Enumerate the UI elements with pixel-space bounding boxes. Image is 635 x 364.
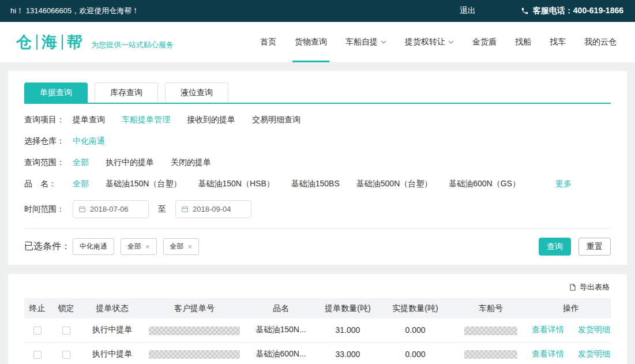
results-panel: 导出表格 终止 锁定 提单状态 客户提单号 品名 提单数量(吨) 实提数量(吨)… xyxy=(8,274,627,364)
filter-tag: 中化南通 xyxy=(73,238,114,255)
column-header: 车船号 xyxy=(450,298,531,318)
to-label: 至 xyxy=(158,204,166,215)
lock-checkbox[interactable] xyxy=(62,327,70,335)
orders-table: 终止 锁定 提单状态 客户提单号 品名 提单数量(吨) 实提数量(吨) 车船号 … xyxy=(24,298,611,364)
date-to-value: 2018-09-04 xyxy=(193,205,231,213)
column-header: 操作 xyxy=(531,298,611,318)
vessel-no-redacted xyxy=(464,350,517,359)
date-to-input[interactable]: 2018-09-04 xyxy=(175,200,251,218)
export-icon xyxy=(569,283,577,291)
filter-row-product: 品 名： 全部 基础油150N（台塑） 基础油150N（HSB） 基础油150B… xyxy=(24,179,611,189)
filter-label: 查询范围： xyxy=(24,157,73,168)
customer-order-no-redacted xyxy=(149,350,240,359)
filter-option[interactable]: 全部 xyxy=(73,157,89,168)
query-button[interactable]: 查询 xyxy=(539,238,571,256)
terminate-checkbox[interactable] xyxy=(33,351,42,359)
view-detail-link[interactable]: 查看详情 xyxy=(532,325,564,335)
filter-label: 查询项目： xyxy=(24,115,73,125)
column-header: 实提数量(吨) xyxy=(380,298,450,318)
query-tabs: 单据查询 库存查询 液位查询 xyxy=(24,82,611,104)
export-table-button[interactable]: 导出表格 xyxy=(24,279,611,298)
table-row: 执行中提单 基础油600N... 33.000 0.000 查看详情发货明细 xyxy=(24,342,611,364)
filter-option[interactable]: 基础油150N（HSB） xyxy=(198,179,274,189)
column-header: 锁定 xyxy=(50,298,82,318)
actual-quantity: 0.000 xyxy=(380,318,450,342)
filter-label: 品 名： xyxy=(24,179,73,189)
order-quantity: 33.000 xyxy=(315,342,380,364)
query-filter-panel: 单据查询 库存查询 液位查询 查询项目： 提单查询 车船提单管理 接收到的提单 … xyxy=(8,71,627,265)
chevron-down-icon xyxy=(381,40,386,44)
filter-row-warehouse: 选择仓库： 中化南通 xyxy=(24,136,611,147)
column-header: 提单数量(吨) xyxy=(315,298,380,318)
lock-checkbox[interactable] xyxy=(62,351,70,359)
site-header: 仓海帮 为您提供一站式贴心服务 首页 货物查询 车船自提 提货权转让 金货盾 找… xyxy=(0,22,635,62)
shipment-detail-link[interactable]: 发货明细 xyxy=(578,325,610,335)
logout-button[interactable]: 退出 xyxy=(460,6,476,16)
service-phone: 客服电话：400-619-1866 xyxy=(521,6,623,16)
filter-label: 选择仓库： xyxy=(24,136,73,147)
filter-option[interactable]: 基础油500N（台塑） xyxy=(356,179,432,189)
date-from-input[interactable]: 2018-07-06 xyxy=(73,200,149,218)
nav-item-cargo-query[interactable]: 货物查询 xyxy=(285,22,336,62)
logo[interactable]: 仓海帮 xyxy=(16,32,83,52)
filter-label: 已选条件： xyxy=(24,241,73,253)
tab-inventory-query[interactable]: 库存查询 xyxy=(95,82,158,103)
filter-label: 时间范围： xyxy=(24,204,73,215)
terminate-checkbox[interactable] xyxy=(33,327,42,335)
product-name: 基础油150N... xyxy=(246,318,315,342)
tagline: 为您提供一站式贴心服务 xyxy=(91,40,174,50)
filter-option[interactable]: 基础油600N（GS） xyxy=(449,179,520,189)
column-header: 终止 xyxy=(24,298,50,318)
filter-option[interactable]: 车船提单管理 xyxy=(122,115,170,125)
column-header: 客户提单号 xyxy=(142,298,246,318)
product-name: 基础油600N... xyxy=(246,342,315,364)
filter-row-project: 查询项目： 提单查询 车船提单管理 接收到的提单 交易明细查询 xyxy=(24,115,611,125)
nav-item-my-cloud-warehouse[interactable]: 我的云仓 xyxy=(575,22,626,62)
filter-option[interactable]: 全部 xyxy=(73,179,89,189)
more-link[interactable]: 更多 xyxy=(555,179,572,189)
close-icon[interactable]: × xyxy=(188,243,193,250)
filter-tag: 全部 × xyxy=(163,238,200,255)
filter-option[interactable]: 关闭的提单 xyxy=(171,157,211,168)
filter-row-range: 查询范围： 全部 执行中的提单 关闭的提单 xyxy=(24,157,611,168)
export-label: 导出表格 xyxy=(580,282,610,292)
view-detail-link[interactable]: 查看详情 xyxy=(532,349,564,359)
filter-option[interactable]: 接收到的提单 xyxy=(187,115,235,125)
tab-liquid-level-query[interactable]: 液位查询 xyxy=(165,82,228,103)
order-status: 执行中提单 xyxy=(82,342,142,364)
table-header-row: 终止 锁定 提单状态 客户提单号 品名 提单数量(吨) 实提数量(吨) 车船号 … xyxy=(24,298,611,318)
filter-option[interactable]: 基础油150N（台塑） xyxy=(106,179,181,189)
customer-order-no-redacted xyxy=(149,327,240,335)
actual-quantity: 0.000 xyxy=(380,342,450,364)
shipment-detail-link[interactable]: 发货明细 xyxy=(578,349,610,359)
nav-item-home[interactable]: 首页 xyxy=(251,22,285,62)
tab-document-query[interactable]: 单据查询 xyxy=(24,82,88,103)
filter-option[interactable]: 中化南通 xyxy=(73,136,105,147)
column-header: 品名 xyxy=(246,298,315,318)
table-row: 执行中提单 基础油150N... 31.000 0.000 查看详情发货明细 xyxy=(24,318,611,342)
filter-row-time: 时间范围： 2018-07-06 至 2018-09-04 xyxy=(24,200,611,218)
chevron-down-icon xyxy=(448,40,454,44)
column-header: 提单状态 xyxy=(82,298,142,318)
vessel-no-redacted xyxy=(464,327,517,335)
filter-option[interactable]: 提单查询 xyxy=(73,115,105,125)
greeting-text: hi！ 13146066605，欢迎使用仓海帮！ xyxy=(10,6,139,16)
service-phone-text: 客服电话：400-619-1866 xyxy=(533,6,623,16)
filter-option[interactable]: 基础油150BS xyxy=(291,179,340,189)
nav-item-gold-shield[interactable]: 金货盾 xyxy=(463,22,506,62)
nav-item-find-ship[interactable]: 找船 xyxy=(506,22,540,62)
calendar-icon xyxy=(78,205,86,213)
nav-item-pickup-transfer[interactable]: 提货权转让 xyxy=(396,22,463,62)
filter-option[interactable]: 执行中的提单 xyxy=(106,157,154,168)
phone-icon xyxy=(521,7,529,15)
reset-button[interactable]: 重置 xyxy=(578,238,611,256)
nav-item-self-pickup[interactable]: 车船自提 xyxy=(336,22,396,62)
calendar-icon xyxy=(181,205,189,213)
nav-item-find-truck[interactable]: 找车 xyxy=(540,22,575,62)
close-icon[interactable]: × xyxy=(145,243,150,250)
date-from-value: 2018-07-06 xyxy=(90,205,129,213)
order-quantity: 31.000 xyxy=(315,318,380,342)
filter-option[interactable]: 交易明细查询 xyxy=(252,115,300,125)
main-nav: 首页 货物查询 车船自提 提货权转让 金货盾 找船 找车 我的云仓 xyxy=(251,22,626,62)
topbar: hi！ 13146066605，欢迎使用仓海帮！ 退出 客服电话：400-619… xyxy=(0,0,635,22)
